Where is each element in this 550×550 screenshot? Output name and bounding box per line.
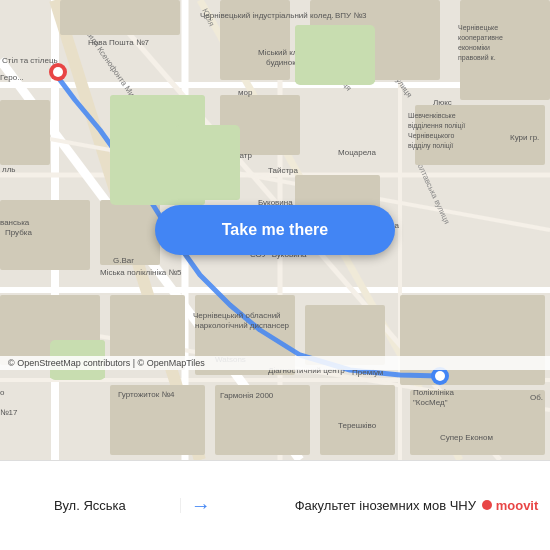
svg-text:Чернівецького: Чернівецького <box>408 132 454 140</box>
svg-text:Стіл та стілець: Стіл та стілець <box>2 56 58 65</box>
moovit-brand: moovit <box>482 498 539 513</box>
attribution-text: © OpenStreetMap contributors | © OpenMap… <box>8 358 205 368</box>
moovit-dot <box>482 500 492 510</box>
route-info: Вул. Ясська → Факультет іноземних мов ЧН… <box>0 494 550 517</box>
arrow-icon: → <box>181 494 221 517</box>
take-me-there-label: Take me there <box>222 221 328 239</box>
svg-text:відділу поліції: відділу поліції <box>408 142 453 150</box>
svg-text:відділення поліції: відділення поліції <box>408 122 465 130</box>
svg-text:Гармонія 2000: Гармонія 2000 <box>220 391 274 400</box>
svg-text:Люкс: Люкс <box>433 98 452 107</box>
svg-text:Шевченківське: Шевченківське <box>408 112 456 119</box>
to-location-name: Факультет іноземних мов ЧНУ <box>295 498 476 513</box>
moovit-logo: moovit <box>470 460 550 550</box>
svg-point-46 <box>53 67 63 77</box>
svg-text:Поліклініка: Поліклініка <box>413 388 454 397</box>
svg-text:Кури гр.: Кури гр. <box>510 133 539 142</box>
svg-text:лль: лль <box>2 165 16 174</box>
svg-text:Прубка: Прубка <box>5 228 32 237</box>
map-area: Героїв Майдану вулиця Василя Ксенофонта … <box>0 0 550 460</box>
svg-text:Міська поліклінікa №5: Міська поліклінікa №5 <box>100 268 182 277</box>
svg-text:Тайстра: Тайстра <box>268 166 299 175</box>
svg-rect-40 <box>400 295 545 385</box>
app-container: Героїв Майдану вулиця Василя Ксенофонта … <box>0 0 550 550</box>
svg-text:№17: №17 <box>0 408 18 417</box>
svg-point-48 <box>435 371 445 381</box>
svg-text:Гуртожиток №4: Гуртожиток №4 <box>118 390 175 399</box>
svg-text:Геро...: Геро... <box>0 73 24 82</box>
svg-rect-43 <box>320 385 395 455</box>
svg-text:ВПУ №3: ВПУ №3 <box>335 11 367 20</box>
moovit-text: moovit <box>496 498 539 513</box>
svg-text:економіки: економіки <box>458 44 490 51</box>
svg-text:Чернівецький обласний: Чернівецький обласний <box>193 311 281 320</box>
svg-text:правовий к.: правовий к. <box>458 54 496 62</box>
svg-text:мор: мор <box>238 88 253 97</box>
svg-text:наркологічний диспансер: наркологічний диспансер <box>195 321 290 330</box>
park-area-3 <box>295 25 375 85</box>
svg-text:Об.: Об. <box>530 393 543 402</box>
svg-text:Супер Економ: Супер Економ <box>440 433 493 442</box>
location-from: Вул. Ясська <box>15 498 181 513</box>
svg-text:ванська: ванська <box>0 218 30 227</box>
svg-text:кооперативне: кооперативне <box>458 34 503 42</box>
attribution-bar: © OpenStreetMap contributors | © OpenMap… <box>0 356 550 370</box>
svg-text:Терешківо: Терешківо <box>338 421 377 430</box>
svg-text:о: о <box>0 388 5 397</box>
park-area-2 <box>175 125 240 200</box>
from-location-name: Вул. Ясська <box>54 498 126 513</box>
svg-text:Чернівецький індустріальний ко: Чернівецький індустріальний колед. <box>200 11 334 20</box>
svg-text:"КосМед": "КосМед" <box>413 398 448 407</box>
svg-rect-26 <box>0 100 50 165</box>
svg-text:G.Bar: G.Bar <box>113 256 134 265</box>
svg-text:Чернівецьке: Чернівецьке <box>458 24 498 32</box>
svg-rect-27 <box>60 0 180 35</box>
svg-text:Нова Пошта №7: Нова Пошта №7 <box>88 38 150 47</box>
take-me-there-button[interactable]: Take me there <box>155 205 395 255</box>
svg-text:Моцарела: Моцарела <box>338 148 377 157</box>
bottom-panel: Вул. Ясська → Факультет іноземних мов ЧН… <box>0 460 550 550</box>
